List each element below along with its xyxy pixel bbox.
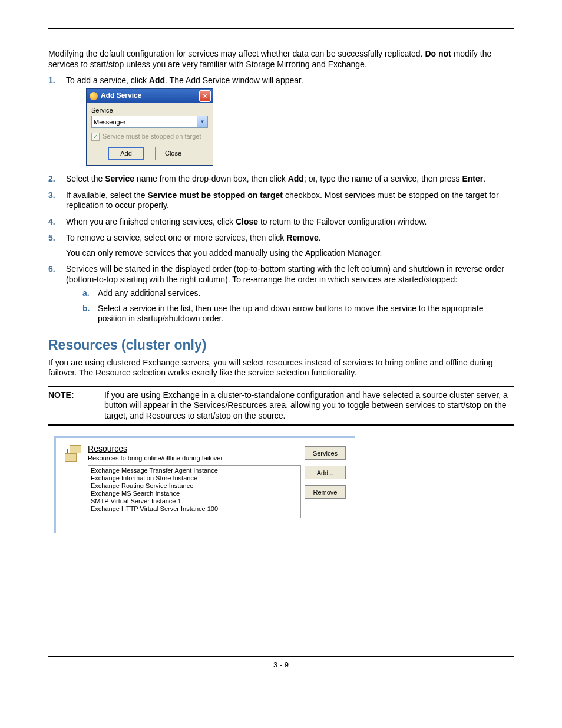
check-icon: ✓: [91, 133, 100, 141]
dialog-titlebar: Add Service ×: [87, 89, 213, 103]
section-paragraph: If you are using clustered Exchange serv…: [48, 358, 514, 378]
stopped-on-target-checkbox[interactable]: ✓ Service must be stopped on target: [91, 133, 208, 141]
step-4: 4. When you are finished entering servic…: [48, 217, 514, 228]
list-item[interactable]: Exchange HTTP Virtual Server Instance 10…: [91, 505, 298, 513]
chevron-down-icon[interactable]: ▼: [197, 116, 207, 127]
close-button[interactable]: Close: [155, 147, 191, 160]
section-heading: Resources (cluster only): [48, 337, 514, 353]
close-icon[interactable]: ×: [199, 90, 211, 102]
service-combobox[interactable]: ▼: [91, 116, 208, 128]
note-box: NOTE: If you are using Exchange in a clu…: [48, 386, 514, 426]
resources-panel: Resources Resources to bring online/offl…: [54, 436, 355, 533]
note-body: If you are using Exchange in a cluster-t…: [104, 390, 514, 421]
step-2: 2. Select the Service name from the drop…: [48, 174, 514, 185]
note-label: NOTE:: [48, 390, 104, 421]
services-button[interactable]: Services: [305, 446, 346, 460]
list-item[interactable]: Exchange Information Store Instance: [91, 475, 298, 482]
step-6: 6. Services will be started in the displ…: [48, 264, 514, 324]
add-service-dialog: Add Service × Service ▼ ✓ Service must b…: [86, 88, 213, 166]
list-item[interactable]: SMTP Virtual Server Instance 1: [91, 498, 298, 505]
step-5: 5. To remove a service, select one or mo…: [48, 233, 514, 258]
step-3: 3. If available, select the Service must…: [48, 190, 514, 211]
step-1: 1. To add a service, click Add. The Add …: [48, 75, 514, 166]
step-6b: b. Select a service in the list, then us…: [82, 304, 514, 324]
app-icon: [90, 92, 98, 100]
page-number: 3 - 9: [48, 660, 514, 669]
resources-listbox[interactable]: Exchange Message Transfer Agent Instance…: [88, 465, 301, 518]
step-6a: a. Add any additional services.: [82, 288, 514, 299]
checkbox-label: Service must be stopped on target: [103, 133, 201, 141]
list-item[interactable]: Exchange Routing Service Instance: [91, 482, 298, 490]
list-item[interactable]: Exchange MS Search Instance: [91, 490, 298, 498]
intro-paragraph: Modifying the default configuration for …: [48, 49, 514, 70]
add-button[interactable]: Add...: [305, 466, 346, 479]
remove-button[interactable]: Remove: [305, 485, 346, 499]
servers-icon: [65, 445, 82, 463]
dialog-title: Add Service: [101, 91, 141, 100]
service-label: Service: [91, 107, 208, 115]
step-5-note: You can only remove services that you ad…: [66, 248, 514, 259]
service-input[interactable]: [92, 116, 197, 127]
list-item[interactable]: Exchange Message Transfer Agent Instance: [91, 467, 298, 475]
add-button[interactable]: Add: [108, 147, 144, 160]
resources-title: Resources: [88, 444, 301, 453]
resources-subtitle: Resources to bring online/offline during…: [88, 454, 301, 462]
